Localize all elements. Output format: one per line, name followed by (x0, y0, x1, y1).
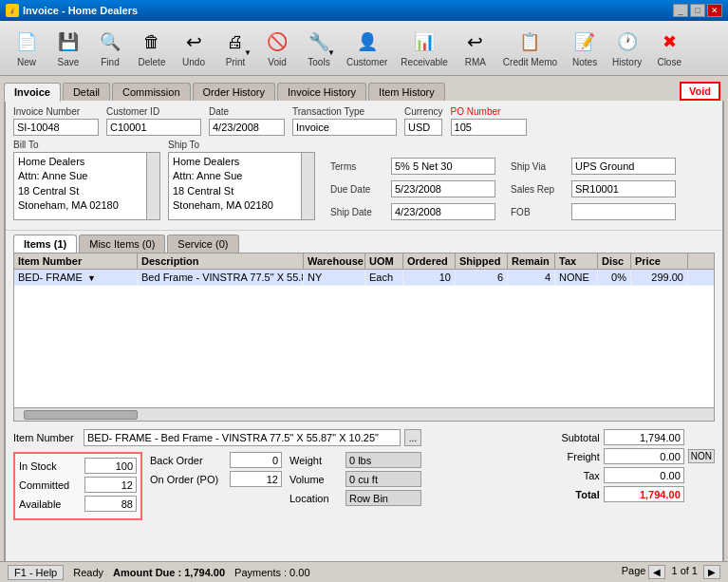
page-info: Page ◀ 1 of 1 ▶ (622, 565, 720, 579)
due-date-label: Due Date (330, 184, 387, 195)
notes-button[interactable]: Notes (566, 25, 604, 71)
grid-horizontal-scrollbar[interactable] (14, 407, 714, 421)
next-page-button[interactable]: ▶ (703, 565, 720, 579)
rma-label: RMA (465, 57, 486, 67)
col-header-ordered: Ordered (403, 253, 456, 269)
due-date-input[interactable] (391, 180, 495, 197)
find-button[interactable]: Find (91, 25, 129, 71)
invoice-number-input[interactable] (13, 119, 99, 136)
window-icon: 💰 (6, 4, 19, 17)
close-window-button[interactable]: ✕ (707, 4, 722, 17)
tab-detail[interactable]: Detail (63, 83, 110, 101)
find-label: Find (101, 57, 119, 67)
new-button[interactable]: New (8, 25, 46, 71)
available-label: Available (19, 498, 81, 510)
window-content: Invoice Number Customer ID Date Transact… (4, 101, 724, 578)
bill-to-scrollbar[interactable] (146, 153, 159, 219)
row-dropdown-icon[interactable]: ▼ (87, 273, 96, 283)
total-value (604, 486, 684, 502)
sales-rep-input[interactable] (571, 180, 676, 197)
bill-to-group: Bill To Home Dealers Attn: Anne Sue 18 C… (13, 140, 160, 220)
help-label[interactable]: F1 - Help (8, 565, 64, 580)
tab-items[interactable]: Items (1) (13, 235, 77, 253)
col-header-remain: Remain (508, 253, 555, 269)
item-number-ellipsis-button[interactable]: ... (404, 429, 421, 446)
undo-button[interactable]: Undo (175, 25, 213, 71)
customer-button[interactable]: Customer (342, 25, 392, 71)
ship-via-input[interactable] (571, 158, 676, 175)
save-button[interactable]: Save (49, 25, 87, 71)
in-stock-value (84, 458, 137, 474)
ship-to-line-4: Stoneham, MA 02180 (173, 198, 310, 213)
credit-memo-button[interactable]: Credit Memo (498, 25, 562, 71)
tab-misc-items[interactable]: Misc Items (0) (79, 235, 165, 253)
tab-commission[interactable]: Commission (112, 83, 191, 101)
committed-value (84, 477, 137, 493)
print-button[interactable]: Print ▼ (216, 25, 254, 71)
rma-icon (462, 28, 489, 55)
tab-invoice-history[interactable]: Invoice History (277, 83, 366, 101)
ship-to-address: Home Dealers Attn: Anne Sue 18 Central S… (168, 152, 315, 220)
grid-scrollbar-thumb[interactable] (24, 410, 138, 420)
delete-button[interactable]: Delete (133, 25, 171, 71)
shipvia-group: Ship Via Sales Rep FOB (511, 158, 676, 220)
print-label: Print (226, 57, 246, 67)
freight-label: Freight (548, 451, 600, 462)
credit-memo-icon (516, 28, 543, 55)
page-display: Page (622, 565, 649, 576)
undo-icon (180, 28, 207, 55)
maximize-button[interactable]: □ (690, 4, 705, 17)
date-label: Date (209, 106, 285, 117)
customer-id-input[interactable] (106, 119, 201, 136)
tab-order-history[interactable]: Order History (193, 83, 275, 101)
customer-label: Customer (346, 57, 387, 67)
currency-input[interactable] (404, 119, 442, 136)
tools-button[interactable]: Tools ▼ (300, 25, 338, 71)
history-button[interactable]: History (607, 25, 646, 71)
location-row: Location (289, 490, 421, 506)
receivable-button[interactable]: Receivable (396, 25, 452, 71)
ship-to-scrollbar[interactable] (301, 153, 314, 219)
item-number-detail-label: Item Number (13, 432, 80, 443)
item-number-detail-input[interactable] (84, 429, 401, 446)
fob-input[interactable] (571, 203, 676, 220)
print-dropdown-arrow: ▼ (244, 48, 252, 57)
cell-tax: NONE (555, 270, 598, 285)
stock-detail-box: In Stock Committed Available (13, 452, 142, 520)
rma-button[interactable]: RMA (457, 25, 495, 71)
terms-input[interactable] (391, 158, 495, 175)
form-row-2: Bill To Home Dealers Attn: Anne Sue 18 C… (13, 140, 715, 220)
window-controls: _ □ ✕ (673, 4, 722, 17)
on-order-row: On Order (PO) (150, 471, 282, 487)
tools-dropdown-arrow: ▼ (327, 48, 335, 57)
close-button[interactable]: Close (650, 25, 688, 71)
committed-label: Committed (19, 479, 81, 491)
items-tabs-row: Items (1) Misc Items (0) Service (0) (6, 231, 722, 253)
freight-value (604, 448, 684, 464)
transaction-type-input[interactable] (292, 119, 397, 136)
tab-invoice[interactable]: Invoice (4, 83, 61, 102)
void-button[interactable]: Void (258, 25, 296, 71)
tab-item-history[interactable]: Item History (368, 83, 445, 101)
void-form-button[interactable]: Void (680, 82, 720, 101)
delete-icon (139, 28, 165, 55)
history-label: History (612, 57, 642, 67)
bill-to-label: Bill To (13, 140, 160, 150)
in-stock-label: In Stock (19, 460, 81, 472)
table-row[interactable]: BED- FRAME ▼ Bed Frame - VINSTRA 77.5" X… (14, 270, 714, 286)
prev-page-button[interactable]: ◀ (648, 565, 665, 579)
tab-service[interactable]: Service (0) (167, 235, 238, 253)
total-label: Total (548, 489, 600, 500)
ship-date-input[interactable] (391, 203, 495, 220)
history-icon (614, 28, 641, 55)
cell-uom: Each (365, 270, 403, 285)
payments-text: Payments : 0.00 (234, 567, 310, 578)
subtotal-value (604, 429, 684, 445)
toolbar: New Save Find Delete Undo Print ▼ Void T… (0, 21, 728, 76)
cell-item-number: BED- FRAME ▼ (14, 270, 138, 285)
date-input[interactable] (209, 119, 285, 136)
minimize-button[interactable]: _ (673, 4, 688, 17)
ship-to-group: Ship To Home Dealers Attn: Anne Sue 18 C… (168, 140, 315, 220)
po-number-input[interactable] (451, 119, 527, 136)
col-header-tax: Tax (555, 253, 598, 269)
